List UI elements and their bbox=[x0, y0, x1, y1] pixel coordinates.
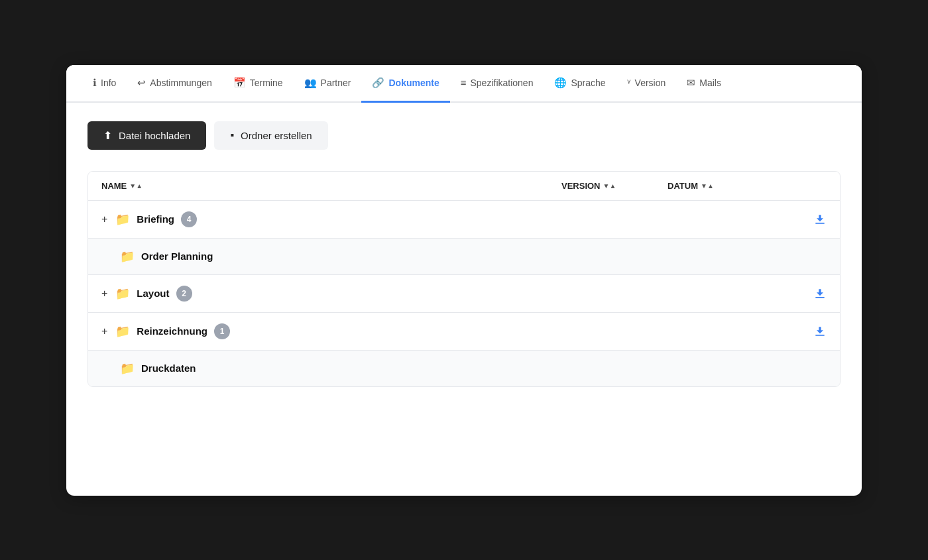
dokumente-icon: 🔗 bbox=[372, 77, 384, 89]
tab-sprache[interactable]: 🌐 Sprache bbox=[544, 65, 616, 103]
table-row: 📁 Druckdaten bbox=[88, 351, 840, 386]
termine-icon: 📅 bbox=[233, 77, 246, 89]
file-table: NAME ▼▲ VERSION ▼▲ DATUM ▼▲ + 📁 Br bbox=[87, 171, 841, 387]
row-name-druckdaten: 📁 Druckdaten bbox=[120, 361, 561, 376]
column-datum[interactable]: DATUM ▼▲ bbox=[667, 181, 787, 191]
folder-icon: 📁 bbox=[115, 324, 130, 339]
row-name-briefing: + 📁 Briefing 4 bbox=[101, 211, 561, 227]
tab-mails[interactable]: ✉ Mails bbox=[676, 65, 732, 103]
reinzeichnung-badge: 1 bbox=[214, 323, 230, 339]
action-buttons: ⬆ Datei hochladen ▪ Ordner erstellen bbox=[87, 121, 841, 150]
row-name-layout: + 📁 Layout 2 bbox=[101, 286, 561, 302]
datum-sort-icon: ▼▲ bbox=[701, 182, 714, 190]
sprache-icon: 🌐 bbox=[554, 77, 567, 89]
folder-icon: 📁 bbox=[120, 361, 135, 376]
table-row: + 📁 Reinzeichnung 1 bbox=[88, 313, 840, 351]
expand-reinzeichnung-button[interactable]: + bbox=[101, 325, 107, 337]
row-name-reinzeichnung: + 📁 Reinzeichnung 1 bbox=[101, 323, 561, 339]
row-name-order-planning: 📁 Order Planning bbox=[120, 249, 561, 264]
tab-info[interactable]: ℹ Info bbox=[82, 65, 127, 103]
partner-icon: 👥 bbox=[304, 77, 317, 89]
tab-bar: ℹ Info ↩ Abstimmungen 📅 Termine 👥 Partne… bbox=[66, 65, 862, 103]
abstimmungen-icon: ↩ bbox=[137, 77, 146, 89]
info-icon: ℹ bbox=[93, 77, 97, 89]
tab-version[interactable]: ᵞ Version bbox=[616, 65, 677, 103]
column-version[interactable]: VERSION ▼▲ bbox=[561, 181, 667, 191]
table-row: + 📁 Layout 2 bbox=[88, 275, 840, 313]
layout-download-button[interactable] bbox=[787, 287, 827, 300]
upload-icon: ⬆ bbox=[103, 129, 112, 142]
content-area: ⬆ Datei hochladen ▪ Ordner erstellen NAM… bbox=[66, 103, 862, 406]
layout-badge: 2 bbox=[176, 286, 192, 302]
tab-termine[interactable]: 📅 Termine bbox=[223, 65, 294, 103]
tab-dokumente[interactable]: 🔗 Dokumente bbox=[361, 65, 449, 103]
spezifikationen-icon: ≡ bbox=[461, 77, 467, 88]
reinzeichnung-download-button[interactable] bbox=[787, 325, 827, 338]
main-card: ℹ Info ↩ Abstimmungen 📅 Termine 👥 Partne… bbox=[66, 65, 862, 496]
mails-icon: ✉ bbox=[687, 77, 695, 89]
table-header: NAME ▼▲ VERSION ▼▲ DATUM ▼▲ bbox=[88, 172, 840, 201]
column-name[interactable]: NAME ▼▲ bbox=[101, 181, 561, 191]
table-row: + 📁 Briefing 4 bbox=[88, 201, 840, 239]
create-folder-button[interactable]: ▪ Ordner erstellen bbox=[214, 121, 327, 150]
name-sort-icon: ▼▲ bbox=[129, 182, 143, 190]
folder-icon: 📁 bbox=[115, 286, 130, 301]
upload-button[interactable]: ⬆ Datei hochladen bbox=[87, 121, 206, 150]
tab-spezifikationen[interactable]: ≡ Spezifikationen bbox=[450, 65, 544, 102]
folder-create-icon: ▪ bbox=[230, 129, 234, 141]
briefing-badge: 4 bbox=[181, 211, 197, 227]
version-icon: ᵞ bbox=[627, 77, 631, 89]
folder-icon: 📁 bbox=[115, 212, 130, 227]
tab-partner[interactable]: 👥 Partner bbox=[294, 65, 362, 103]
column-actions bbox=[787, 181, 827, 191]
briefing-download-button[interactable] bbox=[787, 213, 827, 226]
tab-abstimmungen[interactable]: ↩ Abstimmungen bbox=[127, 65, 222, 103]
expand-briefing-button[interactable]: + bbox=[101, 213, 107, 225]
expand-layout-button[interactable]: + bbox=[101, 288, 107, 300]
version-sort-icon: ▼▲ bbox=[603, 182, 616, 190]
table-row: 📁 Order Planning bbox=[88, 239, 840, 275]
folder-icon: 📁 bbox=[120, 249, 135, 264]
